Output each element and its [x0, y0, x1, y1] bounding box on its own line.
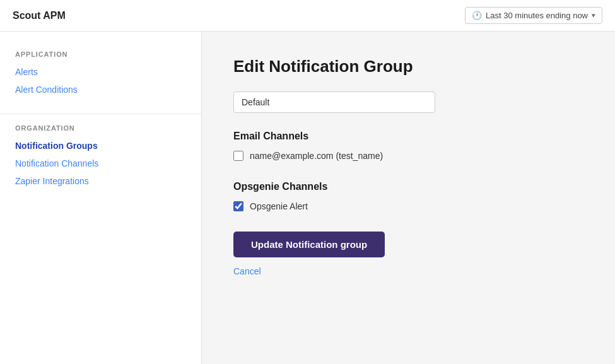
sidebar-item-alerts[interactable]: Alerts: [0, 63, 201, 81]
app-title: Scout APM: [13, 10, 66, 21]
opsgenie-checkbox-row: Opsgenie Alert: [233, 201, 583, 211]
main-layout: APPLICATION Alerts Alert Conditions ORGA…: [0, 32, 615, 364]
sidebar-organization-section: ORGANIZATION Notification Groups Notific…: [0, 124, 201, 190]
sidebar-item-notification-channels[interactable]: Notification Channels: [0, 155, 201, 172]
time-selector-button[interactable]: 🕐 Last 30 minutes ending now ▾: [465, 7, 602, 24]
sidebar-item-notification-groups[interactable]: Notification Groups: [0, 137, 201, 155]
email-channels-heading: Email Channels: [233, 131, 583, 142]
application-section-label: APPLICATION: [0, 50, 201, 58]
email-channels-section: Email Channels name@example.com (test_na…: [233, 131, 583, 161]
email-checkbox-row: name@example.com (test_name): [233, 151, 583, 161]
sidebar-item-zapier-integrations[interactable]: Zapier Integrations: [0, 172, 201, 190]
cancel-link[interactable]: Cancel: [233, 266, 261, 276]
organization-section-label: ORGANIZATION: [0, 124, 201, 132]
clock-icon: 🕐: [472, 11, 482, 20]
main-content: Edit Notification Group Email Channels n…: [202, 32, 615, 364]
time-selector-label: Last 30 minutes ending now: [486, 11, 588, 20]
email-channel-label[interactable]: name@example.com (test_name): [250, 151, 383, 161]
email-channel-checkbox[interactable]: [233, 151, 243, 161]
page-title: Edit Notification Group: [233, 57, 583, 76]
opsgenie-channel-checkbox[interactable]: [233, 201, 243, 211]
submit-button[interactable]: Update Notification group: [233, 232, 385, 257]
opsgenie-channel-label[interactable]: Opsgenie Alert: [250, 201, 308, 211]
group-name-input[interactable]: [233, 91, 435, 113]
opsgenie-channels-section: Opsgenie Channels Opsgenie Alert: [233, 181, 583, 211]
chevron-down-icon: ▾: [592, 11, 595, 20]
top-nav: Scout APM 🕐 Last 30 minutes ending now ▾: [0, 0, 615, 32]
sidebar: APPLICATION Alerts Alert Conditions ORGA…: [0, 32, 202, 364]
sidebar-item-alert-conditions[interactable]: Alert Conditions: [0, 81, 201, 98]
sidebar-divider: [0, 114, 201, 114]
opsgenie-channels-heading: Opsgenie Channels: [233, 181, 583, 192]
sidebar-application-section: APPLICATION Alerts Alert Conditions: [0, 50, 201, 98]
